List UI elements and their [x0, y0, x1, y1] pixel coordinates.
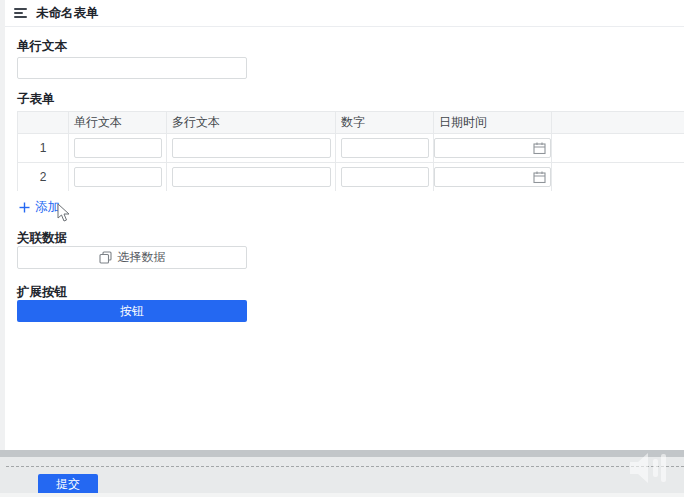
form-title: 未命名表单 [36, 5, 99, 22]
calendar-icon[interactable] [533, 171, 546, 184]
column-header-single-line: 单行文本 [69, 112, 167, 134]
extended-action-button[interactable]: 按钮 [17, 300, 247, 322]
menu-icon[interactable] [14, 8, 27, 18]
row2-number-input[interactable] [341, 167, 429, 187]
form-preview-screen: { "header": { "title": "未命名表单" }, "form"… [0, 0, 684, 497]
column-header-number: 数字 [336, 112, 434, 134]
row1-empty-cell [552, 134, 684, 163]
subform-row-2: 2 [18, 163, 684, 192]
submit-bar: 提交 [0, 457, 684, 497]
row2-multi-line-input[interactable] [172, 167, 331, 187]
column-header-multi-line: 多行文本 [167, 112, 336, 134]
subform-table: 单行文本 多行文本 数字 日期时间 1 [17, 111, 684, 191]
subform-header-row: 单行文本 多行文本 数字 日期时间 [18, 112, 684, 134]
column-header-datetime: 日期时间 [434, 112, 552, 134]
row-index: 2 [18, 163, 69, 192]
plus-icon [19, 202, 30, 213]
copy-icon [99, 251, 112, 264]
row1-number-input[interactable] [341, 138, 429, 158]
select-data-button[interactable]: 选择数据 [17, 246, 247, 269]
row2-empty-cell [552, 163, 684, 192]
column-header-index [18, 112, 69, 134]
subform-label: 子表单 [17, 91, 55, 108]
add-row-button[interactable]: 添加 [19, 199, 60, 216]
extended-button-label: 扩展按钮 [17, 284, 67, 301]
bottom-strip [0, 493, 684, 497]
form-panel: 未命名表单 单行文本 子表单 单行文本 多行文本 数字 日期时间 1 [5, 0, 684, 450]
add-row-label: 添加 [35, 199, 60, 216]
related-data-label: 关联数据 [17, 230, 67, 247]
bottom-gray-band [0, 450, 684, 457]
row-index: 1 [18, 134, 69, 163]
row1-single-line-input[interactable] [74, 138, 162, 158]
calendar-icon[interactable] [533, 142, 546, 155]
row2-single-line-input[interactable] [74, 167, 162, 187]
single-line-text-label: 单行文本 [17, 38, 67, 55]
extended-action-label: 按钮 [120, 303, 144, 320]
submit-label: 提交 [56, 476, 80, 493]
column-header-empty [552, 112, 684, 134]
row1-multi-line-input[interactable] [172, 138, 331, 158]
dashed-divider [6, 466, 684, 467]
app-header: 未命名表单 [5, 0, 684, 27]
subform-row-1: 1 [18, 134, 684, 163]
subform-table-container: 单行文本 多行文本 数字 日期时间 1 [17, 111, 684, 191]
single-line-text-input[interactable] [17, 57, 247, 79]
submit-button[interactable]: 提交 [38, 474, 98, 495]
select-data-label: 选择数据 [118, 249, 166, 266]
